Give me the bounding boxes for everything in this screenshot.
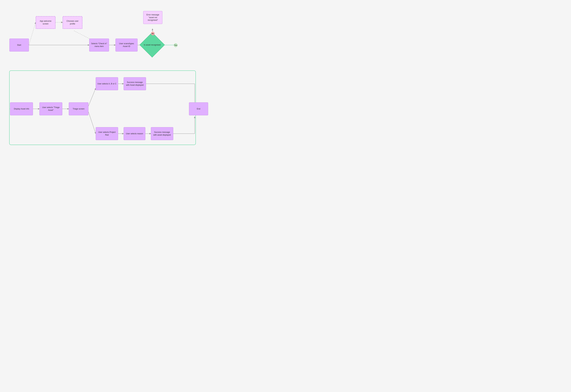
start-box: Start: [9, 39, 29, 52]
no-badge: No: [151, 32, 155, 35]
selects-checkin-label: Selects "Check in" menu item: [91, 42, 107, 48]
chooses-profile-label: Chooses user profile: [64, 20, 81, 25]
is-asset-diamond: Is asset recognised: [143, 36, 161, 54]
user-selects-triage-label: User selects "Triage Asset": [41, 106, 61, 112]
error-msg-box: Error message "asset not recognised": [143, 11, 162, 24]
selects-checkin-box: Selects "Check in" menu item: [89, 39, 109, 52]
end-label: End: [197, 108, 200, 110]
user-selects-red-label: User selects Project Red: [97, 131, 117, 136]
success-reason-label: Success message with asset displayed: [152, 131, 172, 136]
user-selects-reason-label: User selects reason: [126, 132, 143, 135]
triage-screen-box: Triage screen: [69, 102, 89, 115]
display-asset-box: Display Asset info: [10, 102, 33, 115]
chooses-profile-box: Chooses user profile: [63, 16, 82, 29]
user-selects-red-box: User selects Project Red: [96, 127, 118, 140]
end-box: End: [189, 102, 208, 115]
success-abc-box: Success message with Asset displayed: [124, 77, 146, 90]
app-welcome-label: App welcome screen: [37, 20, 54, 25]
user-selects-triage-box: User selects "Triage Asset": [39, 102, 62, 115]
success-abc-label: Success message with Asset displayed: [125, 81, 145, 86]
triage-screen-label: Triage screen: [73, 108, 85, 110]
diamond-label: Is asset recognised: [144, 43, 160, 46]
user-scans-label: User scans/types Asset ID: [117, 42, 136, 48]
start-label: Start: [17, 44, 21, 46]
app-welcome-box: App welcome screen: [36, 16, 56, 29]
error-msg-label: Error message "asset not recognised": [145, 14, 161, 22]
display-asset-label: Display Asset info: [14, 108, 29, 110]
user-selects-abc-box: User selects A, B or C: [96, 77, 118, 90]
user-selects-reason-box: User selects reason: [124, 127, 145, 140]
flowchart-canvas: Start App welcome screen Chooses user pr…: [0, 0, 214, 155]
user-selects-abc-label: User selects A, B or C: [97, 83, 116, 85]
user-scans-box: User scans/types Asset ID: [116, 39, 137, 52]
no-label: No: [152, 33, 154, 34]
svg-line-0: [29, 22, 36, 45]
yes-badge: Yes: [174, 43, 178, 47]
yes-label: Yes: [174, 44, 177, 46]
success-reason-box: Success message with asset displayed: [151, 127, 173, 140]
